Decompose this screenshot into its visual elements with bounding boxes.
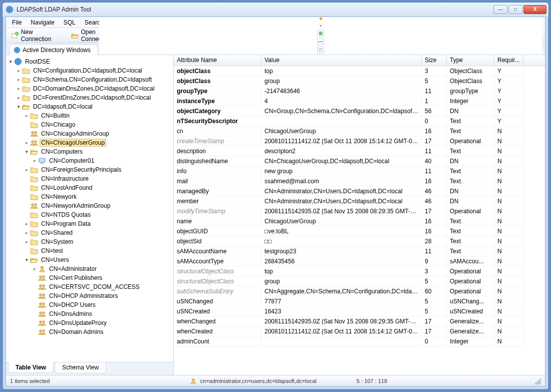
connection-tab[interactable]: Active Directory Windows [9,44,98,55]
tree-node[interactable]: ▸CN=Configuration,DC=ldapsoft,DC=local [7,66,173,75]
attribute-row[interactable]: structuralObjectClasstop3OperationalN [174,266,545,276]
expand-icon[interactable]: ▸ [23,229,30,236]
new-connection-button[interactable]: New Connection [9,28,66,44]
expand-icon[interactable]: ▸ [23,220,30,227]
tree-node[interactable]: ▸DC=DomainDnsZones,DC=ldapsoft,DC=local [7,84,173,93]
cell-attr: distinguishedName [174,156,261,166]
tree-node[interactable]: ▾DC=ldapsoft,DC=local [7,102,173,111]
attribute-row[interactable]: structuralObjectClassgroup5OperationalN [174,276,545,286]
expand-icon[interactable]: ▾ [15,103,22,110]
expand-icon[interactable]: ▸ [31,265,38,272]
expand-icon[interactable]: ▸ [23,139,30,146]
tree-node[interactable]: ▾CN=Computers [7,147,173,156]
expand-icon[interactable]: ▸ [15,67,22,74]
attribute-row[interactable]: whenChanged20081115142935.0Z (Sat Nov 15… [174,316,545,326]
col-value[interactable]: Value [261,55,422,66]
tree-node[interactable]: CN=DnsUpdateProxy [7,318,173,327]
tree-node[interactable]: ▾RootDSE [7,57,173,66]
tree-node[interactable]: CN=NewyorkAdminGroup [7,201,173,210]
tree-node[interactable]: ▸CN=Schema,CN=Configuration,DC=ldapsoft [7,75,173,84]
minimize-button[interactable]: — [493,5,507,14]
tree-node[interactable]: ▸CN=ForeignSecurityPrincipals [7,165,173,174]
col-required[interactable]: Requir... [494,55,523,66]
tree-node[interactable]: ▸DC=ForestDnsZones,DC=ldapsoft,DC=local [7,93,173,102]
attribute-row[interactable]: modifyTimeStamp20081115142935.0Z (Sat No… [174,206,545,216]
tree-node[interactable]: CN=Infrastructure [7,174,173,183]
attribute-row[interactable]: uSNChanged778775uSNChang...N [174,296,545,306]
expand-icon[interactable]: ▸ [15,76,22,83]
expand-icon[interactable]: ▾ [7,58,14,65]
tab-schema-view[interactable]: Schema View [55,362,106,373]
col-type[interactable]: Type [447,55,494,66]
attribute-row[interactable]: sAMAccountNametestgroup2311TextN [174,246,545,256]
attribute-row[interactable]: nameChicagoUserGroup16TextN [174,216,545,226]
tree-node[interactable]: CN=Domain Admins [7,327,173,336]
grid-header[interactable]: Attribute Name Value Size Type Requir... [174,55,545,66]
tree-node[interactable]: CN=ChicagoAdminGroup [7,129,173,138]
menu-navigate[interactable]: Navigate [27,18,58,27]
expand-icon[interactable]: ▸ [15,94,22,101]
expand-icon[interactable]: ▸ [23,112,30,119]
attribute-row[interactable]: objectGUID□ve:IoBL16TextN [174,226,545,236]
tree-node[interactable]: ▸CN=Program Data [7,219,173,228]
expand-icon[interactable]: ▸ [31,157,38,164]
view-icon[interactable]: ▦ [317,30,324,37]
menu-file[interactable]: File [8,18,26,27]
attribute-row[interactable]: infonew group11TextN [174,166,545,176]
attribute-row[interactable]: whenCreated20081011211412.0Z (Sat Oct 11… [174,326,545,336]
ldap-tree[interactable]: ▾RootDSE▸CN=Configuration,DC=ldapsoft,DC… [6,55,173,362]
tree-node[interactable]: CN=CERTSVC_DCOM_ACCESS [7,282,173,291]
maximize-pane-icon[interactable]: □ [317,47,324,54]
tree-node[interactable]: ▸CN=Shared [7,228,173,237]
resize-grip-icon[interactable] [534,377,541,384]
tree-node[interactable]: CN=DnsAdmins [7,309,173,318]
attribute-row[interactable]: adminCount0IntegerN [174,336,545,346]
tree-node[interactable]: ▸CN=Computer01 [7,156,173,165]
expand-icon[interactable]: ▾ [23,148,30,155]
attribute-row[interactable]: managedByCN=Administrator,CN=Users,DC=ld… [174,186,545,196]
attribute-row[interactable]: objectCategoryCN=Group,CN=Schema,CN=Conf… [174,106,545,116]
attribute-grid[interactable]: objectClasstop3ObjectClassYobjectClassgr… [174,66,545,375]
expand-icon[interactable]: ▸ [15,85,22,92]
attribute-row[interactable]: mailssahmed@mail.com16TextN [174,176,545,186]
col-size[interactable]: Size [422,55,447,66]
favorite-add-icon[interactable]: ✦ [317,17,324,22]
attribute-row[interactable]: descriptiondescripton211TextN [174,146,545,156]
tree-node[interactable]: CN=DHCP Users [7,300,173,309]
attribute-row[interactable]: subSchemaSubEntryCN=Aggregate,CN=Schema,… [174,286,545,296]
maximize-button[interactable]: □ [508,5,522,14]
tree-node[interactable]: ▸CN=Builtin [7,111,173,120]
tree-node[interactable]: CN=Chicago [7,120,173,129]
tree-node[interactable]: ▾CN=Users [7,255,173,264]
tree-node[interactable]: ▸CN=System [7,237,173,246]
menu-sql[interactable]: SQL [60,18,80,27]
tree-node[interactable]: CN=LostAndFound [7,183,173,192]
tree-node[interactable]: CN=test [7,246,173,255]
tab-table-view[interactable]: Table View [8,362,54,373]
titlebar[interactable]: LDAPSoft LDAP Admin Tool — □ X [3,3,548,17]
tree-node[interactable]: ▸CN=ChicagoUserGroup [7,138,173,147]
attribute-row[interactable]: uSNCreated164235uSNCreatedN [174,306,545,316]
attribute-row[interactable]: instanceType41IntegerY [174,96,545,106]
expand-icon[interactable]: ▸ [23,166,30,173]
close-button[interactable]: X [523,5,546,14]
tree-node[interactable]: CN=Newyork [7,192,173,201]
attribute-row[interactable]: memberCN=Administrator,CN=Users,DC=ldaps… [174,196,545,206]
tree-node[interactable]: CN=NTDS Quotas [7,210,173,219]
attribute-row[interactable]: createTimeStamp20081011211412.0Z (Sat Oc… [174,136,545,146]
tree-node[interactable]: CN=Cert Publishers [7,273,173,282]
tree-node[interactable]: CN=DHCP Administrators [7,291,173,300]
expand-icon[interactable]: ▸ [23,238,30,245]
expand-icon[interactable]: ▾ [23,256,30,263]
col-attribute[interactable]: Attribute Name [174,55,261,66]
attribute-row[interactable]: distinguishedNameCN=ChicagoUserGroup,DC=… [174,156,545,166]
attribute-row[interactable]: groupType-214748364611groupTypeY [174,86,545,96]
attribute-row[interactable]: objectClassgroup5ObjectClassY [174,76,545,86]
attribute-row[interactable]: cnChicagoUserGroup16TextN [174,126,545,136]
attribute-row[interactable]: nTSecurityDescriptor0TextY [174,116,545,126]
attribute-row[interactable]: objectSid□□28TextN [174,236,545,246]
minimize-pane-icon[interactable]: — [317,38,324,45]
attribute-row[interactable]: sAMAccountType2684354569sAMAccou...N [174,256,545,266]
attribute-row[interactable]: objectClasstop3ObjectClassY [174,66,545,76]
tree-node[interactable]: ▸CN=Administrator [7,264,173,273]
